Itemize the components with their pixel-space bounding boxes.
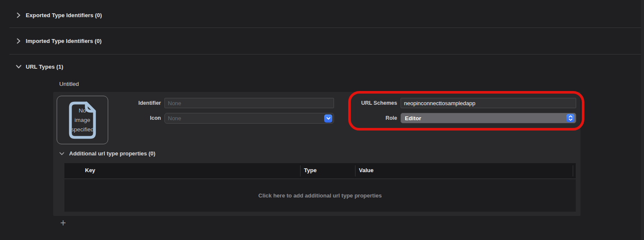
section-label: Imported Type Identifiers (0): [26, 38, 102, 44]
chevron-down-icon[interactable]: [58, 151, 65, 157]
url-type-name: Untitled: [59, 81, 79, 87]
chevron-down-icon[interactable]: [15, 64, 21, 70]
url-schemes-label: URL Schemes: [337, 98, 397, 108]
column-header-key: Key: [85, 167, 95, 173]
add-url-type-button[interactable]: +: [58, 217, 69, 228]
column-separator: [355, 165, 355, 176]
section-exported-type-identifiers[interactable]: Exported Type Identifiers (0): [0, 9, 644, 21]
table-body: Click here to add additional url type pr…: [64, 179, 576, 212]
role-popup-button[interactable]: Editor: [401, 113, 576, 123]
chevron-right-icon[interactable]: [15, 12, 21, 18]
section-divider: [9, 27, 644, 28]
column-header-type: Type: [304, 167, 316, 173]
no-image-placeholder: No image specified: [57, 106, 108, 134]
url-schemes-input[interactable]: [401, 98, 576, 108]
section-imported-type-identifiers[interactable]: Imported Type Identifiers (0): [0, 34, 644, 47]
icon-label: Icon: [101, 113, 161, 123]
section-url-types[interactable]: URL Types (1): [0, 60, 644, 73]
url-types-editor: Exported Type Identifiers (0) Imported T…: [0, 0, 644, 240]
additional-properties-table: Key Type Value Click here to add additio…: [64, 163, 576, 212]
section-label: URL Types (1): [26, 64, 64, 70]
url-type-detail-panel: No image specified Identifier Icon None …: [53, 92, 580, 216]
section-divider: [9, 54, 644, 55]
role-selected-value: Editor: [405, 115, 421, 122]
identifier-label: Identifier: [101, 98, 161, 108]
icon-combobox[interactable]: None: [164, 113, 334, 124]
column-separator: [300, 165, 301, 176]
identifier-input[interactable]: [164, 98, 334, 108]
table-header-row: Key Type Value: [64, 163, 576, 179]
role-label: Role: [337, 113, 397, 123]
section-label: Exported Type Identifiers (0): [26, 12, 102, 18]
popup-updown-chevrons-icon[interactable]: [566, 114, 574, 122]
additional-properties-disclosure[interactable]: Additional url type properties (0): [58, 150, 155, 157]
column-header-value: Value: [359, 167, 374, 173]
icon-placeholder: None: [168, 115, 181, 122]
additional-properties-label: Additional url type properties (0): [69, 150, 155, 157]
add-property-hint[interactable]: Click here to add additional url type pr…: [258, 192, 382, 199]
combo-chevron-down-icon[interactable]: [324, 114, 332, 122]
icon-image-well[interactable]: No image specified: [57, 96, 108, 144]
right-edge-strip: [641, 0, 644, 240]
chevron-right-icon[interactable]: [15, 38, 21, 44]
column-separator: [573, 165, 573, 176]
